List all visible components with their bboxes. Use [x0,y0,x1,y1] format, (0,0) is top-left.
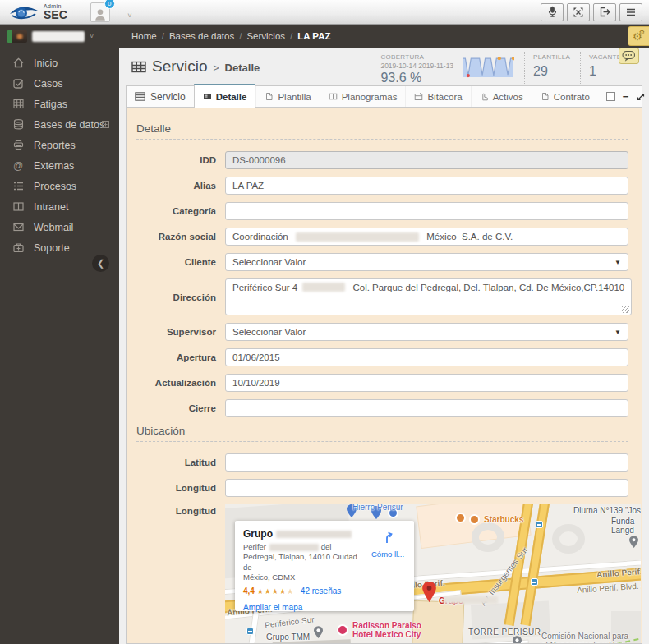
direccion-textarea[interactable]: Periférico Sur 4 Col. Parque del Pedrega… [225,278,632,315]
latitud-field[interactable] [225,453,628,472]
section-detalle-title: Detalle [136,122,628,135]
map-pin-gray-icon [513,636,522,644]
calendar-icon [414,92,423,101]
map-label: Hierro Perisur [352,504,403,512]
idd-label: IDD [131,155,216,165]
idd-field [225,151,628,169]
printer-icon [12,139,25,151]
person-icon [93,7,108,21]
panel-checkbox-button[interactable] [606,92,615,101]
hotel-pin-icon [337,624,348,636]
panel-minimize-button[interactable]: − [623,94,629,100]
page-header: Servicio > Detalle COBERTURA 2019-10-14 … [119,48,649,85]
card-icon [203,92,212,101]
supervisor-select[interactable]: Seleccionar Valor ▼ [225,323,628,341]
table-grid-icon [131,61,146,73]
dropdown-caret-icon: ▼ [614,259,621,266]
at-icon: @ [12,159,25,172]
logout-icon [599,6,611,18]
settings-gears-button[interactable]: ⚙⚙ [628,26,649,46]
tab-bar: Detalle Plantilla Planogramas Bitácora [194,86,598,107]
longitud-field[interactable] [225,479,628,497]
map-label: Funda [611,517,634,526]
sidebar-item-casos[interactable]: Casos [0,73,119,94]
tab-planogramas[interactable]: Planogramas [320,86,406,107]
sidebar-user-menu[interactable]: ˅ [0,25,119,48]
reviews-link[interactable]: 42 reseñas [301,586,341,596]
breadcrumb-home[interactable]: Home [131,31,157,41]
redacted-text [276,531,352,538]
alias-label: Alias [131,181,216,191]
map-label: Starbucks [484,515,523,524]
transit-station-icon [536,521,543,528]
expand-map-link[interactable]: Ampliar el mapa [243,603,406,612]
chevron-down-icon: ˅ [90,32,94,40]
fullscreen-icon [573,7,584,18]
actualizacion-field[interactable] [225,374,628,392]
user-flag-avatar [7,30,27,43]
microphone-button[interactable] [541,3,564,21]
map-label: Radisson Paraiso [352,621,421,630]
tab-plantilla[interactable]: Plantilla [255,86,319,107]
breadcrumb-bar: ˅ Home / Bases de datos / Servicios / LA… [0,25,649,48]
actualizacion-label: Actualización [131,378,216,388]
sidebar-item-inicio[interactable]: Inicio [0,53,119,73]
user-avatar-button[interactable]: 0 [90,2,110,22]
star-rating-icons: ★★★★ [257,587,287,596]
cobertura-stat: COBERTURA 2019-10-14 2019-11-13 93.6 % [380,52,462,85]
expand-plus-icon[interactable] [102,121,109,128]
comments-button[interactable] [619,48,639,64]
directions-button[interactable]: Cómo ll... [371,531,404,559]
razon-social-label: Razón social [131,232,216,242]
sidebar-item-procesos[interactable]: Procesos [0,176,119,196]
page-icon [265,92,274,101]
razon-social-field[interactable]: Coordinación México S.A. de C.V. [225,228,628,246]
breadcrumb: Home / Bases de datos / Servicios / LA P… [131,31,330,41]
cobertura-sparkline [462,52,524,85]
tab-contrato[interactable]: Contrato [532,86,598,107]
categoria-field[interactable] [225,202,628,220]
columns-icon [12,200,25,213]
tab-bitacora[interactable]: Bitácora [405,86,470,107]
document-icon [541,92,550,101]
tab-detalle[interactable]: Detalle [194,84,256,108]
interchange-loop [472,522,504,552]
panel-icon [135,92,145,101]
main-content: Servicio > Detalle COBERTURA 2019-10-14 … [119,48,649,644]
menu-button[interactable] [619,3,642,21]
map-card-address: Perifer del Pedregal, Tlalpan, 14010 Ciu… [243,542,366,582]
cierre-field[interactable] [225,399,628,417]
logout-button[interactable] [593,3,616,21]
user-menu-caret-icon[interactable]: · ˅ [123,12,132,20]
sidebar-item-bases-de-datos[interactable]: Bases de datos [0,114,119,135]
notification-badge: 0 [104,0,115,9]
sidebar-item-webmail[interactable]: Webmail [0,217,119,237]
transit-station-icon [246,628,254,635]
page-title: Servicio > Detalle [131,58,260,76]
panel-expand-button[interactable] [636,92,646,102]
cierre-label: Cierre [131,403,216,413]
apertura-field[interactable] [225,348,628,366]
database-icon [12,118,25,131]
categoria-label: Categoría [131,206,216,216]
longitud-label: Longitud [131,483,216,493]
microphone-icon [546,6,559,18]
google-map-embed[interactable]: Hierro Perisur Starbucks Diurna N°139 "J… [225,504,641,644]
map-label: Grupo TMM [266,632,310,642]
breadcrumb-bases[interactable]: Bases de datos [169,31,234,41]
alias-field[interactable] [225,177,628,195]
sidebar-collapse-button[interactable]: ❮ [92,255,109,272]
cliente-select[interactable]: Seleccionar Valor ▼ [225,253,628,271]
sidebar-item-intranet[interactable]: Intranet [0,196,119,217]
logo-line2: SEC [44,9,67,21]
sidebar-item-externas[interactable]: @ Externas [0,155,119,176]
resize-grip-icon[interactable] [622,306,629,313]
tab-activos[interactable]: Activos [471,86,532,107]
hand-pointer-icon [480,92,489,101]
briefcase-icon [12,242,25,254]
sidebar-item-reportes[interactable]: Reportes [0,135,119,155]
fullscreen-button[interactable] [567,3,590,21]
breadcrumb-servicios[interactable]: Servicios [246,31,285,41]
sidebar-item-fatigas[interactable]: Fatigas [0,94,119,114]
redacted-text [296,232,419,242]
